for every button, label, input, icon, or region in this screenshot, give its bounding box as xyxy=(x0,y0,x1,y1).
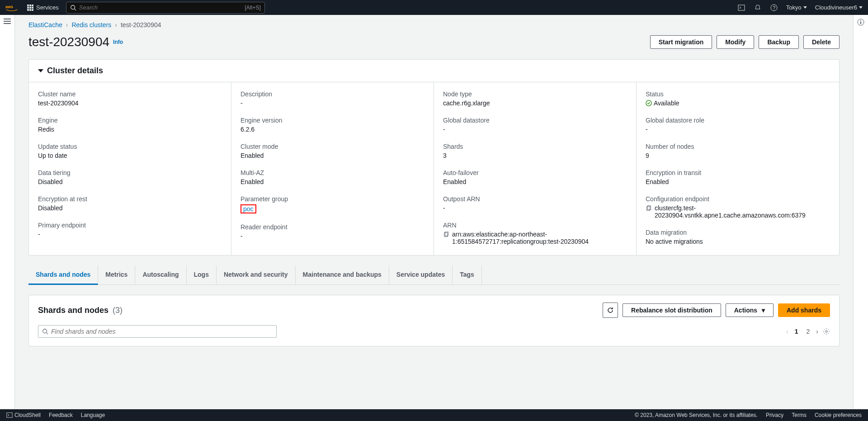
node-type-label: Node type xyxy=(443,90,627,98)
refresh-icon xyxy=(607,307,614,314)
cluster-details-toggle[interactable]: Cluster details xyxy=(29,60,839,82)
outpost-arn-label: Outpost ARN xyxy=(443,195,627,203)
modify-button[interactable]: Modify xyxy=(717,35,754,49)
search-hint: [Alt+S] xyxy=(245,5,261,11)
nav-toggle[interactable] xyxy=(0,15,15,409)
data-migration-label: Data migration xyxy=(646,229,830,236)
primary-endpoint-value: - xyxy=(38,231,222,238)
update-status-label: Update status xyxy=(38,143,222,150)
multi-az-value: Enabled xyxy=(241,178,425,185)
gear-icon xyxy=(823,328,830,335)
page-prev[interactable]: ‹ xyxy=(786,328,788,335)
num-nodes-value: 9 xyxy=(646,152,830,159)
shards-heading: Shards and nodes (3) xyxy=(38,306,123,315)
chevron-right-icon: › xyxy=(66,21,68,28)
engine-version-label: Engine version xyxy=(241,117,425,124)
notifications-icon[interactable] xyxy=(754,4,762,12)
cloudshell-icon[interactable] xyxy=(737,4,745,12)
info-icon xyxy=(857,19,864,26)
svg-point-13 xyxy=(826,331,827,332)
triangle-down-icon xyxy=(38,69,43,72)
region-selector[interactable]: Tokyo xyxy=(786,4,807,11)
svg-point-1 xyxy=(71,5,75,9)
search-icon xyxy=(70,5,76,11)
backup-button[interactable]: Backup xyxy=(759,35,799,49)
caret-down-icon: ▾ xyxy=(762,307,765,314)
breadcrumb-root[interactable]: ElastiCache xyxy=(28,21,62,28)
search-icon xyxy=(42,328,48,335)
add-shards-button[interactable]: Add shards xyxy=(778,303,830,317)
node-type-value: cache.r6g.xlarge xyxy=(443,99,627,107)
multi-az-label: Multi-AZ xyxy=(241,169,425,176)
data-tiering-value: Disabled xyxy=(38,178,222,185)
tab-maintenance-backups[interactable]: Maintenance and backups xyxy=(296,265,389,284)
shards-value: 3 xyxy=(443,152,627,159)
auto-failover-value: Enabled xyxy=(443,178,627,185)
page-1[interactable]: 1 xyxy=(793,326,800,337)
actions-dropdown[interactable]: Actions ▾ xyxy=(726,303,774,317)
user-menu[interactable]: Cloudivineuser6 xyxy=(815,4,863,11)
config-endpoint-value: clustercfg.test-20230904.vsntkk.apne1.ca… xyxy=(655,204,830,219)
global-datastore-role-value: - xyxy=(646,126,830,133)
start-migration-button[interactable]: Start migration xyxy=(650,35,712,49)
refresh-button[interactable] xyxy=(603,303,618,318)
engine-value: Redis xyxy=(38,126,222,133)
info-rail-toggle[interactable] xyxy=(853,15,868,409)
svg-text:aws: aws xyxy=(5,5,13,9)
svg-point-11 xyxy=(43,329,47,333)
tab-autoscaling[interactable]: Autoscaling xyxy=(135,265,186,284)
parameter-group-link[interactable]: poc xyxy=(241,204,256,213)
engine-label: Engine xyxy=(38,117,222,124)
cluster-details-panel: Cluster details Cluster nametest-2023090… xyxy=(28,59,840,255)
tab-network-security[interactable]: Network and security xyxy=(217,265,296,284)
encryption-transit-value: Enabled xyxy=(646,178,830,185)
svg-rect-16 xyxy=(860,22,861,24)
cluster-mode-value: Enabled xyxy=(241,152,425,159)
global-search[interactable]: [Alt+S] xyxy=(66,2,265,14)
parameter-group-label: Parameter group xyxy=(241,195,425,203)
cluster-details-heading: Cluster details xyxy=(47,66,103,76)
tab-logs[interactable]: Logs xyxy=(187,265,217,284)
shards-filter[interactable] xyxy=(38,325,277,338)
tab-tags[interactable]: Tags xyxy=(453,265,482,284)
info-link[interactable]: Info xyxy=(113,39,123,45)
description-value: - xyxy=(241,99,425,107)
global-datastore-label: Global datastore xyxy=(443,117,627,124)
breadcrumb-leaf: test-20230904 xyxy=(121,21,161,28)
top-nav: aws Services [Alt+S] ? Tokyo Cloudivineu… xyxy=(0,0,868,15)
breadcrumb: ElastiCache › Redis clusters › test-2023… xyxy=(28,21,840,28)
chevron-right-icon: › xyxy=(115,21,117,28)
table-settings[interactable] xyxy=(823,328,830,335)
reader-endpoint-value: - xyxy=(241,232,425,240)
aws-logo[interactable]: aws xyxy=(5,4,18,12)
global-datastore-role-label: Global datastore role xyxy=(646,117,830,124)
copy-icon[interactable] xyxy=(443,232,449,238)
config-endpoint-label: Configuration endpoint xyxy=(646,195,830,203)
cluster-mode-label: Cluster mode xyxy=(241,143,425,150)
svg-line-12 xyxy=(47,333,48,335)
num-nodes-label: Number of nodes xyxy=(646,143,830,150)
page-2[interactable]: 2 xyxy=(805,326,812,337)
encryption-rest-value: Disabled xyxy=(38,204,222,212)
tab-shards-nodes[interactable]: Shards and nodes xyxy=(28,265,98,285)
delete-button[interactable]: Delete xyxy=(803,35,840,49)
tab-service-updates[interactable]: Service updates xyxy=(389,265,453,284)
primary-endpoint-label: Primary endpoint xyxy=(38,222,222,229)
encryption-transit-label: Encryption in transit xyxy=(646,169,830,176)
rebalance-button[interactable]: Rebalance slot distribution xyxy=(623,303,721,317)
encryption-rest-label: Encryption at rest xyxy=(38,195,222,203)
search-input[interactable] xyxy=(79,4,245,11)
services-menu[interactable]: Services xyxy=(24,1,62,14)
page-next[interactable]: › xyxy=(816,328,818,335)
breadcrumb-mid[interactable]: Redis clusters xyxy=(71,21,111,28)
svg-text:?: ? xyxy=(773,5,775,10)
help-icon[interactable]: ? xyxy=(770,4,778,12)
tab-metrics[interactable]: Metrics xyxy=(98,265,135,284)
data-tiering-label: Data tiering xyxy=(38,169,222,176)
shards-panel: Shards and nodes (3) Rebalance slot dist… xyxy=(28,295,840,346)
copy-icon[interactable] xyxy=(646,205,652,212)
svg-point-15 xyxy=(860,20,861,21)
cluster-tabs: Shards and nodes Metrics Autoscaling Log… xyxy=(28,265,840,285)
caret-down-icon xyxy=(859,6,863,9)
shards-filter-input[interactable] xyxy=(51,328,273,335)
